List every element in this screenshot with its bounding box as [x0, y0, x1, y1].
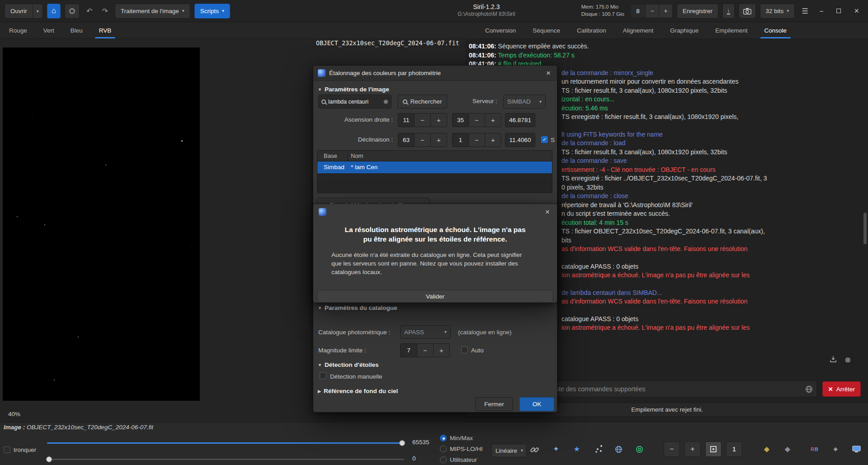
ra-hours-increment[interactable]: + — [430, 113, 447, 127]
close-button[interactable]: × — [849, 5, 863, 18]
snapshot-button[interactable] — [739, 4, 756, 19]
tab-calibration[interactable]: Calibration — [576, 22, 607, 38]
redo-button[interactable]: ↷ — [99, 5, 110, 17]
image-processing-menu[interactable]: Traitement de l'image▾ — [115, 4, 190, 19]
negative-view-button[interactable]: ◆ — [759, 441, 775, 457]
error-close-button[interactable]: × — [543, 208, 552, 216]
section-catalog-params[interactable]: ▼Paramètres du catalogue — [318, 304, 397, 311]
threads-increment-button[interactable]: + — [659, 4, 673, 18]
search-button[interactable]: Rechercher — [397, 95, 447, 109]
bit-depth-dropdown[interactable]: 32 bits▾ — [760, 4, 795, 19]
section-background-ref[interactable]: ▶Référence de fond du ciel — [318, 388, 398, 394]
server-dropdown[interactable]: SIMBAD▾ — [503, 95, 546, 109]
error-dialog-titlebar[interactable]: × — [313, 204, 557, 219]
open-button[interactable]: Ouvrir ▾ — [5, 4, 43, 19]
fermer-button[interactable]: Fermer — [475, 397, 513, 411]
home-button[interactable]: ⌂ — [47, 4, 61, 19]
dec-minutes-field[interactable]: 1 — [452, 133, 469, 147]
tab-vert[interactable]: Vert — [42, 22, 55, 38]
tab-bleu[interactable]: Bleu — [70, 22, 84, 38]
zoom-in-button[interactable]: + — [684, 441, 701, 457]
valider-button[interactable]: Valider — [317, 290, 553, 303]
link-channels-icon[interactable] — [530, 445, 539, 455]
undo-button[interactable]: ↶ — [84, 5, 95, 17]
celestial-grid-button[interactable] — [610, 441, 627, 457]
stop-button[interactable]: ✕Arrêter — [822, 381, 861, 397]
low-slider-knob[interactable] — [46, 456, 52, 462]
dec-minutes-increment[interactable]: + — [485, 133, 501, 147]
tab-conversion[interactable]: Conversion — [484, 22, 517, 38]
open-label[interactable]: Ouvrir — [5, 4, 33, 19]
radio-utilisateur[interactable]: Utilisateur — [440, 456, 483, 463]
dec-degrees-decrement[interactable]: − — [414, 133, 431, 147]
south-checkbox[interactable]: ✓ — [541, 136, 548, 143]
background-samples-button[interactable] — [631, 441, 647, 457]
clear-search-icon[interactable]: ⊗ — [383, 99, 388, 104]
magnitude-field[interactable]: 7 — [400, 343, 417, 357]
photometry-button[interactable] — [590, 441, 606, 457]
open-menu-arrow[interactable]: ▾ — [33, 4, 43, 19]
save-button[interactable]: Enregistrer — [677, 4, 718, 19]
dec-degrees-field[interactable]: 63 — [398, 133, 415, 147]
ra-seconds-field[interactable]: 46.8781 — [505, 113, 535, 127]
manual-detection-checkbox[interactable] — [320, 372, 326, 379]
dec-seconds-field[interactable]: 11.4060 — [505, 133, 535, 147]
scripts-menu[interactable]: Scripts▾ — [194, 4, 230, 19]
ra-minutes-increment[interactable]: + — [485, 113, 501, 127]
dec-minutes-decrement[interactable]: − — [468, 133, 485, 147]
object-search-input[interactable] — [328, 99, 381, 105]
scrollbar-thumb[interactable] — [863, 213, 867, 244]
ra-minutes-decrement[interactable]: − — [468, 113, 485, 127]
console-scrollbar[interactable] — [863, 41, 867, 375]
catalog-dropdown[interactable]: APASS▾ — [400, 325, 451, 339]
tab-graphique[interactable]: Graphique — [669, 22, 699, 38]
checkbox-icon[interactable] — [4, 446, 10, 453]
tab-empilement[interactable]: Empilement — [714, 22, 748, 38]
dec-degrees-increment[interactable]: + — [430, 133, 447, 147]
truncate-checkbox[interactable]: tronquer — [4, 446, 36, 453]
high-level-slider[interactable] — [47, 442, 404, 444]
false-color-button[interactable]: ◆ — [779, 441, 796, 457]
record-button[interactable] — [65, 4, 80, 19]
tab-alignement[interactable]: Alignement — [622, 22, 655, 38]
section-star-detection[interactable]: ▼Détection d'étoiles — [318, 361, 378, 368]
image-canvas[interactable] — [3, 47, 200, 401]
tab-rvb[interactable]: RVB — [98, 22, 113, 38]
pcc-close-button[interactable]: × — [544, 69, 552, 77]
tab-rouge[interactable]: Rouge — [8, 22, 28, 38]
globe-icon[interactable] — [805, 385, 813, 393]
threads-decrement-button[interactable]: − — [646, 4, 659, 18]
zoom-fit-button[interactable] — [705, 441, 722, 457]
ok-button[interactable]: OK — [519, 397, 554, 411]
rgb-swap-button[interactable]: RB — [807, 441, 823, 457]
ra-minutes-field[interactable]: 35 — [452, 113, 469, 127]
catalog-results-table[interactable]: Base Nom Simbad * lam Cen — [317, 150, 552, 193]
clear-console-button[interactable]: ⊗ — [845, 356, 851, 364]
annotations-button[interactable]: ✦ — [548, 441, 564, 457]
tab-sequence[interactable]: Séquence — [532, 22, 561, 38]
magnitude-increment[interactable]: + — [433, 343, 450, 357]
pcc-dialog-titlebar[interactable]: Étalonnage des couleurs par photométrie … — [313, 66, 557, 81]
ra-hours-decrement[interactable]: − — [414, 113, 431, 127]
display-mode-button[interactable] — [848, 441, 864, 457]
ra-hours-field[interactable]: 11 — [398, 113, 415, 127]
minimize-button[interactable]: − — [815, 5, 828, 17]
thread-count-spinner[interactable]: 8 − + — [630, 4, 673, 18]
scale-mode-dropdown[interactable]: Linéaire▾ — [491, 444, 527, 457]
zoom-one-button[interactable]: 1 — [726, 441, 742, 457]
table-row[interactable]: Simbad * lam Cen — [317, 161, 552, 173]
export-log-button[interactable] — [830, 356, 837, 364]
radio-minmax[interactable]: Min/Max — [440, 435, 483, 441]
low-level-slider[interactable] — [47, 459, 404, 460]
save-as-button[interactable]: ↓ — [722, 4, 735, 19]
auto-checkbox[interactable] — [461, 346, 468, 353]
high-slider-knob[interactable] — [399, 440, 405, 446]
zoom-out-button[interactable]: − — [664, 441, 680, 457]
object-search-field[interactable]: ⊗ — [318, 95, 392, 109]
star-detection-button[interactable]: ★ — [569, 441, 585, 457]
hamburger-menu-button[interactable]: ☰ — [799, 5, 811, 17]
maximize-button[interactable] — [832, 7, 845, 15]
magnitude-decrement[interactable]: − — [417, 343, 434, 357]
pointer-mode-button[interactable]: ⌖ — [827, 441, 844, 457]
section-image-params[interactable]: ▼Paramètres de l'image — [318, 86, 389, 93]
